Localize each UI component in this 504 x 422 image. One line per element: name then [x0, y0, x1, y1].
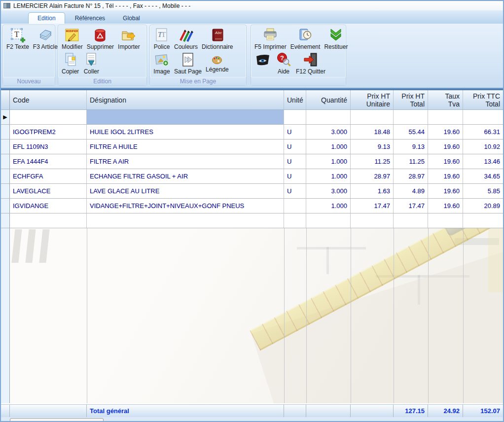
row-selector[interactable]	[1, 184, 10, 198]
couleurs-button[interactable]: Couleurs	[172, 26, 200, 51]
cell-taux-tva[interactable]	[428, 213, 463, 228]
cell-prix-ht-total[interactable]: 28.97	[394, 169, 428, 183]
saut-page-button[interactable]: Saut Page	[172, 51, 204, 75]
cell-unite[interactable]: U	[284, 169, 306, 183]
cell-prix-ht-total[interactable]: 4.89	[394, 184, 428, 198]
f12-quitter-button[interactable]: F12 Quitter	[294, 51, 327, 75]
cell-code[interactable]	[10, 110, 87, 124]
table-row[interactable]: IGOGTPREM2 HUILE IGOL 2LITRES U 3.000 18…	[1, 125, 503, 140]
cell-designation[interactable]: FILTRE A HUILE	[87, 140, 284, 154]
cell-prix-ht-unitaire[interactable]: 9.13	[351, 140, 394, 154]
cell-code[interactable]: EFL 1109N3	[10, 140, 87, 154]
cell-prix-ht-total[interactable]: 9.13	[394, 140, 428, 154]
cell-prix-ht-unitaire[interactable]: 17.47	[351, 199, 394, 213]
cell-prix-ht-unitaire[interactable]: 1.63	[351, 184, 394, 198]
cell-unite[interactable]	[284, 199, 306, 213]
tab-global[interactable]: Global	[115, 13, 148, 24]
tab-edition[interactable]: Edition	[28, 12, 65, 24]
tab-references[interactable]: Références	[67, 13, 113, 24]
row-selector[interactable]	[1, 154, 10, 169]
cell-prix-ht-total[interactable]	[394, 110, 428, 124]
row-selector-marker[interactable]: ▶	[1, 110, 10, 124]
row-selector[interactable]	[1, 140, 10, 154]
table-row[interactable]: LAVEGLACE LAVE GLACE AU LITRE U 3.000 1.…	[1, 184, 503, 199]
cell-code[interactable]: LAVEGLACE	[10, 184, 87, 198]
table-row[interactable]: EFA 1444F4 FILTRE A AIR U 1.000 11.25 11…	[1, 154, 503, 169]
cell-prix-ht-total[interactable]: 11.25	[394, 154, 428, 169]
cell-prix-ttc-total[interactable]: 5.85	[463, 184, 503, 198]
cell-prix-ht-unitaire[interactable]	[351, 213, 394, 228]
cell-quantite[interactable]	[306, 213, 351, 228]
row-selector[interactable]	[1, 169, 10, 183]
f2-texte-button[interactable]: T F2 Texte	[4, 26, 31, 51]
cell-prix-ht-unitaire[interactable]: 18.48	[351, 125, 394, 139]
importer-button[interactable]: Importer	[116, 26, 142, 51]
horizontal-scrollbar[interactable]	[10, 418, 104, 422]
column-header-prix-ht-unitaire[interactable]: Prix HT Unitaire	[351, 90, 394, 109]
cell-code[interactable]: ECHFGFA	[10, 169, 87, 183]
cell-prix-ht-unitaire[interactable]	[351, 110, 394, 124]
cell-designation[interactable]: LAVE GLACE AU LITRE	[87, 184, 284, 198]
cell-prix-ht-total[interactable]: 55.44	[394, 125, 428, 139]
cell-taux-tva[interactable]: 19.60	[428, 184, 463, 198]
cell-taux-tva[interactable]: 19.60	[428, 154, 463, 169]
cell-code[interactable]: EFA 1444F4	[10, 154, 87, 169]
column-header-unite[interactable]: Unité	[284, 90, 306, 109]
cell-taux-tva[interactable]: 19.60	[428, 125, 463, 139]
modifier-button[interactable]: MODIFIER Modifier	[60, 26, 85, 51]
cell-unite[interactable]: U	[284, 125, 306, 139]
cell-code[interactable]	[10, 213, 87, 228]
table-row-new[interactable]: ▶	[1, 110, 503, 125]
cell-taux-tva[interactable]: 19.60	[428, 169, 463, 183]
column-header-taux-tva[interactable]: Taux Tva	[428, 90, 463, 109]
police-button[interactable]: T T Police	[151, 26, 172, 51]
row-selector[interactable]	[1, 125, 10, 139]
evenement-button[interactable]: Evénement	[288, 26, 323, 51]
cell-taux-tva[interactable]	[428, 110, 463, 124]
row-selector[interactable]	[1, 213, 10, 228]
cell-quantite[interactable]: 1.000	[306, 199, 351, 213]
column-header-prix-ht-total[interactable]: Prix HT Total	[394, 90, 428, 109]
aide-button[interactable]: ? Aide	[273, 51, 294, 75]
cell-quantite[interactable]: 1.000	[306, 154, 351, 169]
table-row[interactable]: ECHFGFA ECHANGE FILTRE GASOIL + AIR U 1.…	[1, 169, 503, 184]
cell-taux-tva[interactable]: 19.60	[428, 140, 463, 154]
cell-prix-ht-total[interactable]: 17.47	[394, 199, 428, 213]
cell-quantite[interactable]: 1.000	[306, 140, 351, 154]
cell-unite[interactable]	[284, 213, 306, 228]
cell-prix-ht-unitaire[interactable]: 28.97	[351, 169, 394, 183]
table-row[interactable]: IGVIDANGE VIDANGE+FILTRE+JOINT+NIVEAUX+G…	[1, 199, 503, 213]
cell-designation[interactable]: VIDANGE+FILTRE+JOINT+NIVEAUX+GONF PNEUS	[87, 199, 284, 213]
coller-button[interactable]: Coller	[81, 51, 102, 75]
cell-prix-ttc-total[interactable]: 10.92	[463, 140, 503, 154]
legende-button[interactable]: Légende	[204, 51, 231, 73]
cell-prix-ht-unitaire[interactable]: 11.25	[351, 154, 394, 169]
copier-button[interactable]: Copier	[60, 51, 81, 75]
row-selector[interactable]	[1, 199, 10, 213]
table-row[interactable]: EFL 1109N3 FILTRE A HUILE U 1.000 9.13 9…	[1, 140, 503, 154]
restituer-button[interactable]: Restituer	[322, 26, 350, 51]
f3-article-button[interactable]: F3 Article	[31, 26, 60, 51]
cell-prix-ttc-total[interactable]: 13.46	[463, 154, 503, 169]
cell-taux-tva[interactable]: 19.60	[428, 199, 463, 213]
supprimer-button[interactable]: Supprimer	[85, 26, 116, 51]
cell-quantite[interactable]: 3.000	[306, 184, 351, 198]
cell-designation[interactable]: HUILE IGOL 2LITRES	[87, 125, 284, 139]
cell-quantite[interactable]	[306, 110, 351, 124]
cell-prix-ttc-total[interactable]	[463, 110, 503, 124]
cell-unite[interactable]: U	[284, 154, 306, 169]
cell-designation[interactable]: ECHANGE FILTRE GASOIL + AIR	[87, 169, 284, 183]
f5-imprimer-button[interactable]: F5 Imprimer	[252, 26, 288, 51]
column-header-designation[interactable]: Désignation	[87, 90, 284, 109]
cell-prix-ttc-total[interactable]: 20.89	[463, 199, 503, 213]
cell-designation[interactable]: FILTRE A AIR	[87, 154, 284, 169]
image-button[interactable]: Image	[151, 51, 172, 75]
cell-designation[interactable]	[87, 213, 284, 228]
cell-code[interactable]: IGVIDANGE	[10, 199, 87, 213]
cell-unite[interactable]: U	[284, 140, 306, 154]
column-header-quantite[interactable]: Quantité	[306, 90, 351, 109]
cell-quantite[interactable]: 3.000	[306, 125, 351, 139]
cell-prix-ttc-total[interactable]: 66.31	[463, 125, 503, 139]
cell-designation-selected[interactable]	[87, 110, 284, 124]
cell-unite[interactable]	[284, 110, 306, 124]
